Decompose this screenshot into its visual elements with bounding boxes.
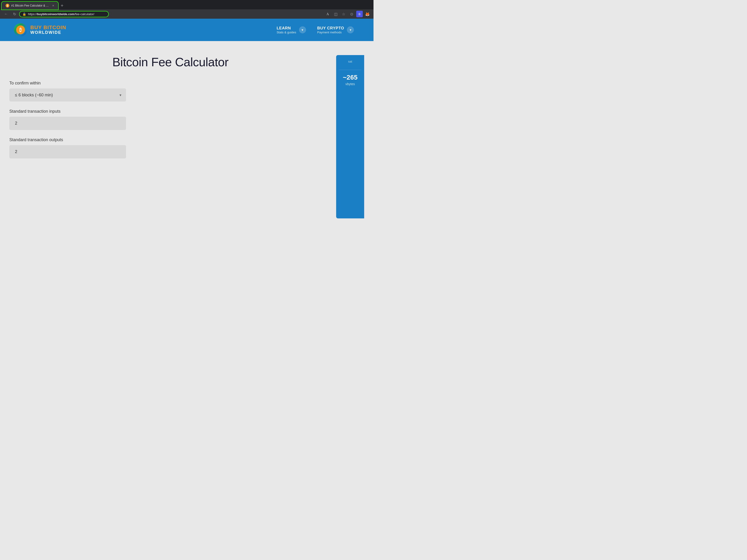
nav-learn-text: LEARN Stats & guides (277, 26, 296, 34)
reader-mode-icon[interactable]: 𝐀 (325, 11, 331, 17)
extensions-icon[interactable]: ⊙ (348, 11, 355, 17)
nav-learn[interactable]: LEARN Stats & guides ▾ (271, 24, 312, 36)
active-tab[interactable]: ₿ #1 Bitcoin Fee Calculator & Estin × (2, 2, 58, 9)
confirm-within-section: To confirm within ≤ 1 block (~10 min) ≤ … (9, 81, 332, 102)
confirm-within-label: To confirm within (9, 81, 332, 86)
toolbar-right: 𝐀 ◫ ☆ ⊙ B 🦊 (325, 11, 371, 17)
vbytes-value: ~265 (343, 74, 357, 81)
inputs-field[interactable] (9, 117, 126, 130)
browser-tabs: ₿ #1 Bitcoin Fee Calculator & Estin × + (0, 2, 374, 9)
brave-icon[interactable]: B (356, 11, 363, 17)
nav-buy-crypto-subtitle: Payment methods (317, 31, 344, 34)
back-button[interactable]: ← (3, 11, 9, 17)
confirm-within-wrapper: ≤ 1 block (~10 min) ≤ 3 blocks (~30 min)… (9, 88, 126, 102)
page-title: Bitcoin Fee Calculator (9, 55, 332, 69)
content-main: Bitcoin Fee Calculator To confirm within… (9, 55, 332, 218)
browser-toolbar: ← ↻ 🔒 https://buybitcoinworldwide.com/fe… (0, 9, 374, 19)
outputs-field[interactable] (9, 145, 126, 158)
learn-dropdown-button[interactable]: ▾ (299, 26, 306, 33)
new-tab-button[interactable]: + (58, 2, 66, 9)
sat-label: sat (348, 60, 352, 63)
tab-title: #1 Bitcoin Fee Calculator & Estin (11, 4, 50, 7)
site-content: Bitcoin Fee Calculator To confirm within… (0, 41, 374, 228)
metamask-fox-icon[interactable]: 🦊 (364, 11, 371, 17)
logo-buy-bitcoin: BUY BITCOIN (30, 25, 66, 30)
outputs-section: Standard transaction outputs (9, 137, 332, 158)
tab-close-button[interactable]: × (52, 4, 54, 7)
logo-icon: ₿ (14, 23, 27, 36)
learn-chevron-icon: ▾ (302, 28, 303, 32)
nav-learn-title: LEARN (277, 26, 296, 31)
bitcoin-logo: ₿ (16, 25, 25, 34)
immersive-reader-icon[interactable]: ◫ (332, 11, 339, 17)
refresh-button[interactable]: ↻ (11, 11, 18, 17)
nav-buy-crypto-text: BUY CRYPTO Payment methods (317, 26, 344, 34)
outputs-label: Standard transaction outputs (9, 137, 332, 142)
tab-favicon: ₿ (6, 4, 9, 7)
nav-learn-subtitle: Stats & guides (277, 31, 296, 34)
nav-buy-crypto-title: BUY CRYPTO (317, 26, 344, 31)
vbytes-unit: vbytes (345, 82, 355, 86)
lock-icon: 🔒 (22, 12, 26, 16)
logo-worldwide: WORLDWIDE (30, 30, 66, 35)
confirm-within-select[interactable]: ≤ 1 block (~10 min) ≤ 3 blocks (~30 min)… (9, 88, 126, 102)
buy-crypto-dropdown-button[interactable]: ▾ (347, 26, 354, 33)
browser-chrome: ₿ #1 Bitcoin Fee Calculator & Estin × + … (0, 0, 374, 19)
inputs-label: Standard transaction inputs (9, 109, 332, 114)
site-nav: LEARN Stats & guides ▾ BUY CRYPTO Paymen… (271, 24, 360, 36)
site-logo[interactable]: ₿ BUY BITCOIN WORLDWIDE (14, 23, 66, 36)
site-header: ₿ BUY BITCOIN WORLDWIDE LEARN Stats & gu… (0, 19, 374, 41)
url-display: https://buybitcoinworldwide.com/fee-calc… (28, 12, 105, 16)
address-bar[interactable]: 🔒 https://buybitcoinworldwide.com/fee-ca… (20, 11, 108, 17)
bookmark-icon[interactable]: ☆ (340, 11, 347, 17)
logo-text: BUY BITCOIN WORLDWIDE (30, 25, 66, 35)
inputs-section: Standard transaction inputs (9, 109, 332, 130)
buy-crypto-chevron-icon: ▾ (350, 28, 351, 32)
side-panel: sat ~265 vbytes (336, 55, 364, 218)
nav-buy-crypto[interactable]: BUY CRYPTO Payment methods ▾ (312, 24, 360, 36)
